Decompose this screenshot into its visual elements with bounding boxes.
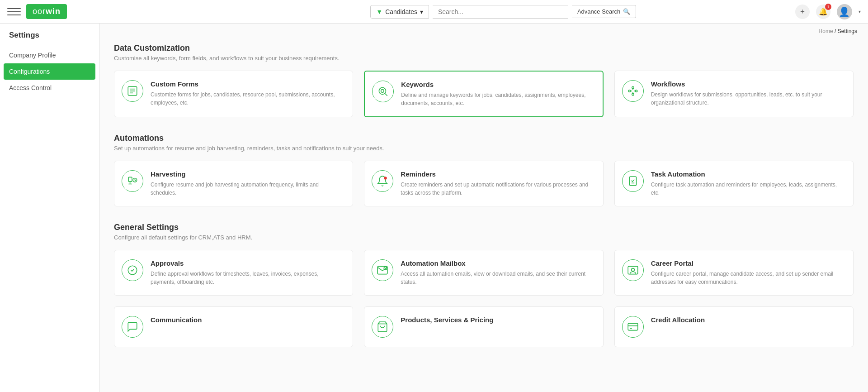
card-desc-keywords: Define and manage keywords for jobs, can… (401, 91, 593, 107)
svg-point-10 (632, 93, 633, 95)
card-icon-harvesting (122, 170, 143, 192)
card-body-products-services: Products, Services & Pricing (401, 316, 594, 326)
card-harvesting[interactable]: Harvesting Configure resume and job harv… (114, 161, 353, 206)
card-title-custom-forms: Custom Forms (151, 80, 344, 88)
notification-badge: 1 (825, 4, 831, 10)
search-input[interactable] (433, 5, 568, 19)
app-logo: oorwin (26, 4, 67, 19)
svg-point-4 (379, 87, 386, 94)
section-desc-automations: Set up automations for resume and job ha… (114, 145, 854, 152)
svg-point-23 (631, 268, 634, 272)
card-desc-custom-forms: Customize forms for jobs, candidates, re… (151, 91, 344, 107)
card-desc-workflows: Design workflows for submissions, opport… (651, 91, 844, 107)
card-approvals[interactable]: Approvals Define approval workflows for … (114, 250, 353, 296)
cards-grid-data-customization: Custom Forms Customize forms for jobs, c… (114, 71, 854, 117)
card-keywords[interactable]: Keywords Define and manage keywords for … (364, 71, 603, 117)
app-body: Settings Company Profile Configurations … (0, 24, 868, 392)
card-icon-credit-allocation (622, 316, 644, 338)
card-desc-automation-mailbox: Access all automation emails, view or do… (401, 270, 594, 286)
card-reminders[interactable]: Reminders Create reminders and set up au… (364, 161, 603, 206)
top-navigation: oorwin ▼ Candidates ▾ Advance Search 🔍 ＋… (0, 0, 868, 24)
card-title-workflows: Workflows (651, 80, 844, 88)
section-title-general-settings: General Settings (114, 223, 854, 232)
card-custom-forms[interactable]: Custom Forms Customize forms for jobs, c… (114, 71, 353, 117)
filter-chevron: ▾ (420, 8, 423, 15)
card-icon-workflows (622, 80, 644, 102)
avatar-image: 👤 (839, 6, 850, 17)
section-title-data-customization: Data Customization (114, 43, 854, 53)
card-title-reminders: Reminders (401, 170, 594, 178)
breadcrumb-current: Settings (838, 28, 857, 34)
card-body-approvals: Approvals Define approval workflows for … (151, 259, 344, 286)
card-title-products-services: Products, Services & Pricing (401, 316, 594, 324)
sidebar-item-company-profile[interactable]: Company Profile (0, 47, 99, 63)
breadcrumb-home[interactable]: Home (819, 28, 833, 34)
nav-icons-area: ＋ 🔔 1 👤 ▾ (795, 4, 861, 19)
card-icon-communication (122, 316, 143, 338)
card-communication[interactable]: Communication (114, 306, 353, 347)
content-area: Data Customization Customise all keyword… (99, 34, 868, 382)
hamburger-menu[interactable] (7, 5, 21, 19)
plus-icon: ＋ (799, 7, 806, 16)
section-general-settings: General Settings Configure all default s… (114, 223, 854, 347)
card-desc-approvals: Define approval workflows for timesheets… (151, 270, 344, 286)
breadcrumb: Home / Settings (99, 24, 868, 34)
advance-search-label: Advance Search (577, 8, 620, 15)
card-title-task-automation: Task Automation (651, 170, 844, 178)
card-icon-keywords (372, 81, 394, 102)
card-body-automation-mailbox: Automation Mailbox Access all automation… (401, 259, 594, 286)
card-icon-career-portal (622, 259, 644, 281)
card-title-harvesting: Harvesting (151, 170, 344, 178)
search-icon: 🔍 (623, 8, 630, 15)
svg-point-7 (628, 90, 630, 92)
section-data-customization: Data Customization Customise all keyword… (114, 43, 854, 117)
filter-icon: ▼ (376, 8, 382, 15)
card-body-career-portal: Career Portal Configure career portal, m… (651, 259, 844, 286)
cards-grid-automations: Harvesting Configure resume and job harv… (114, 161, 854, 206)
svg-rect-25 (628, 323, 638, 330)
card-body-task-automation: Task Automation Configure task automatio… (651, 170, 844, 197)
card-task-automation[interactable]: Task Automation Configure task automatio… (614, 161, 854, 206)
card-body-communication: Communication (151, 316, 344, 326)
main-content: Home / Settings Data Customization Custo… (99, 24, 868, 392)
section-title-automations: Automations (114, 134, 854, 143)
sidebar-item-access-control[interactable]: Access Control (0, 80, 99, 96)
section-automations: Automations Set up automations for resum… (114, 134, 854, 206)
card-title-credit-allocation: Credit Allocation (651, 316, 844, 324)
card-title-communication: Communication (151, 316, 344, 324)
add-button[interactable]: ＋ (795, 5, 810, 19)
card-icon-custom-forms (122, 80, 143, 102)
card-career-portal[interactable]: Career Portal Configure career portal, m… (614, 250, 854, 296)
svg-point-8 (632, 86, 633, 88)
card-title-career-portal: Career Portal (651, 259, 844, 267)
filter-label: Candidates (385, 8, 417, 15)
card-icon-automation-mailbox (372, 259, 393, 281)
cards-grid-general-settings: Approvals Define approval workflows for … (114, 250, 854, 347)
svg-line-5 (385, 94, 387, 96)
card-icon-products-services (372, 316, 393, 338)
card-body-harvesting: Harvesting Configure resume and job harv… (151, 170, 344, 197)
card-desc-task-automation: Configure task automation and reminders … (651, 181, 844, 197)
svg-point-9 (635, 90, 637, 92)
sidebar: Settings Company Profile Configurations … (0, 24, 99, 392)
card-credit-allocation[interactable]: Credit Allocation (614, 306, 854, 347)
sidebar-item-configurations[interactable]: Configurations (4, 63, 95, 80)
card-body-credit-allocation: Credit Allocation (651, 316, 844, 326)
user-menu-chevron[interactable]: ▾ (859, 9, 861, 14)
svg-rect-15 (128, 177, 132, 182)
notifications-button[interactable]: 🔔 1 (816, 5, 830, 19)
svg-point-6 (381, 90, 384, 93)
card-workflows[interactable]: Workflows Design workflows for submissio… (614, 71, 854, 117)
section-desc-data-customization: Customise all keywords, form fields, and… (114, 55, 854, 62)
card-products-services[interactable]: Products, Services & Pricing (364, 306, 603, 347)
card-automation-mailbox[interactable]: Automation Mailbox Access all automation… (364, 250, 603, 296)
filter-dropdown[interactable]: ▼ Candidates ▾ (370, 5, 429, 19)
card-title-approvals: Approvals (151, 259, 344, 267)
section-desc-general-settings: Configure all default settings for CRM,A… (114, 234, 854, 241)
advance-search-button[interactable]: Advance Search 🔍 (572, 5, 636, 18)
breadcrumb-separator: / (835, 28, 838, 34)
card-icon-reminders (372, 170, 393, 192)
card-desc-harvesting: Configure resume and job harvesting auto… (151, 181, 344, 197)
svg-point-17 (384, 177, 387, 180)
user-avatar[interactable]: 👤 (837, 4, 852, 19)
